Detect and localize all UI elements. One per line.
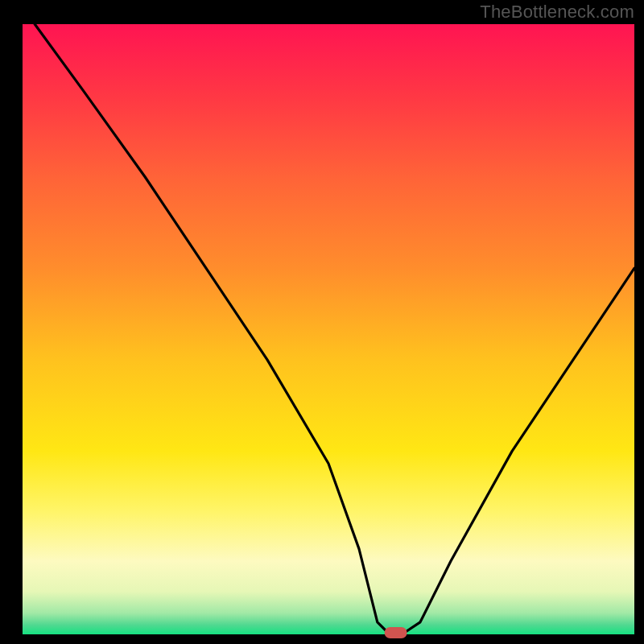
watermark-label: TheBottleneck.com <box>480 2 634 23</box>
plot-background <box>23 24 634 634</box>
bottleneck-chart <box>0 0 644 644</box>
chart-container: TheBottleneck.com <box>0 0 644 644</box>
optimal-marker <box>385 627 407 638</box>
